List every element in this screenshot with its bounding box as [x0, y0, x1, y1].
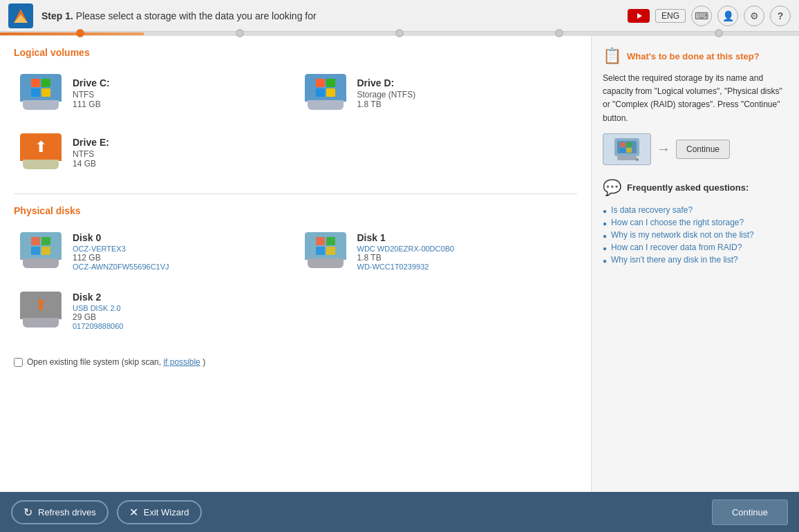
logical-volumes-title: Logical volumes: [14, 47, 577, 58]
drive-c-icon: [20, 74, 64, 113]
drive-c-fs: NTFS: [73, 90, 287, 99]
disk-0-serial: OCZ-AWNZ0FW55696C1VJ: [73, 263, 287, 271]
faq-link-4[interactable]: How can I recover data from RAID?: [611, 243, 742, 252]
drive-c-item[interactable]: Drive C: NTFS 111 GB: [14, 66, 293, 120]
drive-e-icon: ⬆: [20, 133, 64, 172]
svg-rect-11: [617, 156, 637, 160]
disk-2-size: 29 GB: [73, 312, 287, 322]
disk-0-icon: [20, 232, 64, 271]
faq-header: 💬 Frequently asked questions:: [603, 179, 788, 197]
header-controls: ENG ⌨ 👤 ⚙ ?: [628, 6, 791, 26]
faq-link-2[interactable]: How can I choose the right storage?: [611, 218, 744, 227]
faq-link-5[interactable]: Why isn't there any disk in the list?: [611, 255, 738, 265]
drive-d-info: Drive D: Storage (NTFS) 1.8 TB: [357, 77, 572, 109]
disk-0-info: Disk 0 OCZ-VERTEX3 112 GB OCZ-AWNZ0FW556…: [73, 232, 287, 271]
drive-e-name: Drive E:: [73, 137, 287, 148]
skip-scan-link[interactable]: if possible: [163, 357, 200, 367]
step-1-dot: [76, 29, 84, 37]
faq-link-3[interactable]: Why is my network disk not on the list?: [611, 230, 754, 240]
step-5-dot: [715, 29, 723, 37]
drive-e-size: 14 GB: [73, 159, 287, 169]
disk-1-serial: WD-WCC1T0239932: [357, 263, 572, 271]
exit-icon: ✕: [129, 506, 138, 519]
drive-e-item[interactable]: ⬆ Drive E: NTFS 14 GB: [14, 126, 293, 180]
language-button[interactable]: ENG: [655, 9, 686, 23]
step-3-dot: [395, 29, 404, 37]
disk-1-name: Disk 1: [357, 232, 572, 243]
step-title: Step 1. Please select a storage with the…: [41, 10, 628, 21]
disk-1-icon: [305, 232, 349, 271]
continue-main-button[interactable]: Continue: [712, 500, 788, 525]
storage-list-panel: Logical volumes: [0, 36, 592, 492]
svg-rect-7: [620, 142, 626, 147]
refresh-drives-label: Refresh drives: [38, 507, 96, 517]
hint-drive-icon-box: [603, 133, 651, 165]
faq-link-1[interactable]: Is data recovery safe?: [611, 205, 693, 215]
drive-d-icon: [305, 74, 349, 113]
drive-c-name: Drive C:: [73, 77, 287, 88]
faq-dot-2: ●: [603, 220, 607, 227]
help-button[interactable]: ?: [770, 6, 791, 26]
help-title: What's to be done at this step?: [627, 51, 760, 61]
faq-list: ● Is data recovery safe? ● How can I cho…: [603, 204, 788, 266]
refresh-drives-button[interactable]: ↻ Refresh drives: [11, 500, 109, 524]
main-content: Logical volumes: [0, 36, 799, 492]
disk-0-model: OCZ-VERTEX3: [73, 245, 287, 253]
continue-hint: → Continue: [603, 133, 788, 165]
faq-dot-1: ●: [603, 207, 607, 215]
help-header: 📋 What's to be done at this step?: [603, 47, 788, 65]
progress-bar: [0, 32, 799, 36]
physical-disks-title: Physical disks: [14, 205, 577, 216]
help-book-icon: 📋: [603, 47, 621, 65]
faq-dot-3: ●: [603, 232, 607, 240]
logical-volumes-grid: Drive C: NTFS 111 GB: [14, 66, 577, 180]
physical-disks-grid: Disk 0 OCZ-VERTEX3 112 GB OCZ-AWNZ0FW556…: [14, 225, 577, 338]
continue-hint-button[interactable]: Continue: [676, 140, 730, 159]
svg-rect-8: [626, 142, 632, 147]
skip-scan-checkbox[interactable]: [14, 358, 23, 367]
step-4-dot: [555, 29, 563, 37]
faq-item-5: ● Why isn't there any disk in the list?: [603, 254, 788, 266]
disk-1-info: Disk 1 WDC WD20EZRX-00DC0B0 1.8 TB WD-WC…: [357, 232, 572, 271]
faq-icon: 💬: [603, 179, 621, 197]
faq-dot-4: ●: [603, 245, 607, 252]
what-to-do-section: 📋 What's to be done at this step? Select…: [603, 47, 788, 165]
youtube-button[interactable]: [628, 9, 650, 23]
settings-button[interactable]: ⚙: [744, 6, 764, 26]
drive-e-info: Drive E: NTFS 14 GB: [73, 137, 287, 169]
faq-item-2: ● How can I choose the right storage?: [603, 216, 788, 229]
help-panel: 📋 What's to be done at this step? Select…: [592, 36, 799, 492]
faq-item-1: ● Is data recovery safe?: [603, 204, 788, 216]
refresh-icon: ↻: [24, 506, 32, 519]
disk-2-item[interactable]: ⬆ Disk 2 USB DISK 2.0 29 GB 017209888060: [14, 284, 293, 338]
disk-2-model: USB DISK 2.0: [73, 304, 287, 312]
disk-0-item[interactable]: Disk 0 OCZ-VERTEX3 112 GB OCZ-AWNZ0FW556…: [14, 225, 293, 278]
faq-section: 💬 Frequently asked questions: ● Is data …: [603, 179, 788, 266]
drive-d-item[interactable]: Drive D: Storage (NTFS) 1.8 TB: [299, 66, 578, 120]
disk-2-icon: ⬆: [20, 292, 64, 330]
svg-rect-9: [620, 148, 626, 153]
exit-wizard-label: Exit Wizard: [144, 507, 189, 517]
help-description: Select the required storage by its name …: [603, 72, 788, 125]
header: Step 1. Please select a storage with the…: [0, 0, 799, 32]
drive-e-fs: NTFS: [73, 149, 287, 159]
disk-0-name: Disk 0: [73, 232, 287, 243]
exit-wizard-button[interactable]: ✕ Exit Wizard: [117, 500, 202, 524]
faq-item-4: ● How can I recover data from RAID?: [603, 241, 788, 254]
app-logo: [8, 3, 33, 28]
user-button[interactable]: 👤: [717, 6, 738, 26]
footer: ↻ Refresh drives ✕ Exit Wizard Continue: [0, 492, 799, 532]
faq-dot-5: ●: [603, 257, 607, 265]
disk-1-item[interactable]: Disk 1 WDC WD20EZRX-00DC0B0 1.8 TB WD-WC…: [299, 225, 578, 278]
drive-d-size: 1.8 TB: [357, 99, 572, 109]
drive-d-name: Drive D:: [357, 77, 572, 88]
svg-rect-10: [626, 148, 632, 153]
drive-d-fs: Storage (NTFS): [357, 90, 572, 99]
drive-c-info: Drive C: NTFS 111 GB: [73, 77, 287, 109]
faq-title: Frequently asked questions:: [627, 182, 749, 193]
disk-1-model: WDC WD20EZRX-00DC0B0: [357, 245, 572, 253]
disk-2-info: Disk 2 USB DISK 2.0 29 GB 017209888060: [73, 292, 287, 330]
keyboard-button[interactable]: ⌨: [691, 6, 712, 26]
disk-0-size: 112 GB: [73, 253, 287, 263]
disk-2-name: Disk 2: [73, 292, 287, 303]
